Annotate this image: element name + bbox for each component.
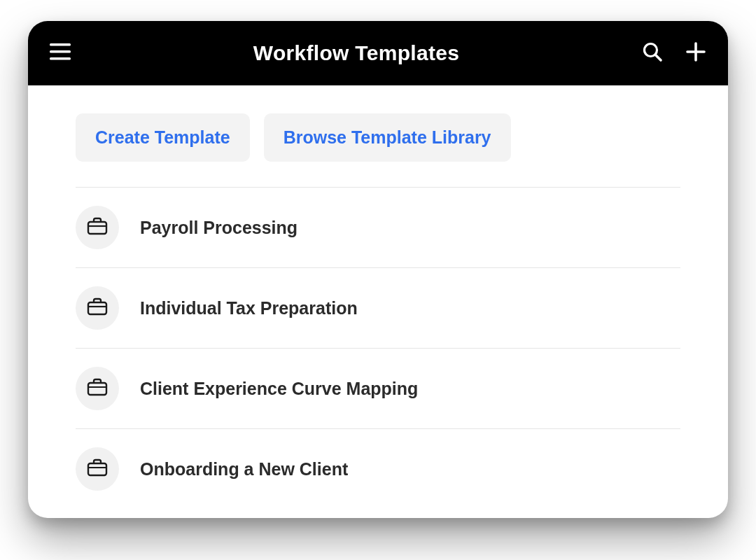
template-row[interactable]: Client Experience Curve Mapping: [76, 349, 680, 428]
template-icon-circle: [76, 286, 119, 330]
template-icon-circle: [76, 206, 119, 249]
search-icon: [642, 41, 663, 65]
action-row: Create Template Browse Template Library: [76, 113, 680, 162]
template-row[interactable]: Onboarding a New Client: [76, 429, 680, 509]
svg-rect-0: [50, 43, 71, 46]
menu-button[interactable]: [46, 39, 74, 67]
svg-rect-9: [88, 302, 106, 314]
svg-rect-1: [50, 50, 71, 53]
briefcase-icon: [87, 458, 108, 480]
svg-rect-7: [88, 222, 106, 234]
page-title: Workflow Templates: [74, 41, 638, 65]
header-bar: Workflow Templates: [28, 21, 728, 85]
template-icon-circle: [76, 447, 119, 491]
template-icon-circle: [76, 367, 119, 410]
template-label: Payroll Processing: [140, 218, 298, 238]
briefcase-icon: [87, 377, 108, 400]
svg-line-4: [656, 55, 662, 61]
browse-library-button[interactable]: Browse Template Library: [264, 113, 511, 162]
hamburger-icon: [50, 43, 71, 63]
template-label: Onboarding a New Client: [140, 459, 348, 479]
create-template-button[interactable]: Create Template: [76, 113, 250, 162]
search-button[interactable]: [638, 39, 666, 67]
svg-rect-2: [50, 57, 71, 60]
svg-rect-11: [88, 383, 106, 395]
plus-icon: [685, 41, 706, 65]
add-button[interactable]: [682, 39, 710, 67]
template-row[interactable]: Individual Tax Preparation: [76, 268, 680, 348]
template-row[interactable]: Payroll Processing: [76, 188, 680, 267]
svg-rect-13: [88, 463, 106, 475]
briefcase-icon: [87, 216, 108, 239]
content-area: Create Template Browse Template Library …: [28, 85, 728, 518]
briefcase-icon: [87, 297, 108, 319]
template-label: Individual Tax Preparation: [140, 298, 358, 318]
app-window: Workflow Templates: [28, 21, 728, 518]
template-label: Client Experience Curve Mapping: [140, 379, 418, 399]
